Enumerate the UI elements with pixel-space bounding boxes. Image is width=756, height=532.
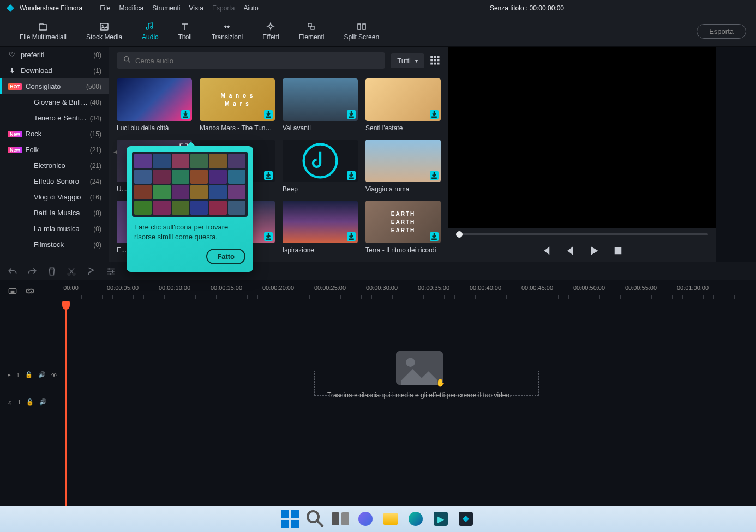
download-icon[interactable] (347, 232, 356, 241)
sidebar-item-vlog-di-viaggio[interactable]: Vlog di Viaggio(16) (0, 189, 109, 205)
menu-strumenti[interactable]: Strumenti (148, 2, 184, 14)
svg-rect-27 (291, 510, 299, 518)
svg-rect-14 (437, 59, 440, 62)
menu-file[interactable]: File (95, 2, 115, 14)
cut-button[interactable] (67, 267, 76, 276)
taskbar-app-2[interactable]: ▶ (430, 508, 452, 530)
taskbar-search-button[interactable] (304, 508, 326, 530)
sidebar-item-eletronico[interactable]: Eletronico(21) (0, 158, 109, 173)
card-thumbnail[interactable]: M a n o sM a r s (200, 78, 275, 121)
sidebar-item-folk[interactable]: NewFolk(21) (0, 142, 109, 158)
svg-point-21 (68, 273, 70, 275)
play-button[interactable] (589, 245, 599, 256)
tooltip-done-button[interactable]: Fatto (206, 249, 245, 264)
ruler-tick: 00:00:25:00 (314, 285, 346, 291)
preview-viewport[interactable] (448, 47, 716, 228)
taskbar-taskview-button[interactable] (329, 508, 351, 530)
download-icon[interactable] (430, 171, 439, 180)
audio-card-0[interactable]: Luci blu della città (117, 78, 192, 132)
audio-card-3[interactable]: Senti l'estate (365, 78, 441, 132)
taskbar-explorer[interactable] (380, 508, 401, 530)
sidebar-item-effetto-sonoro[interactable]: Effetto Sonoro(24) (0, 173, 109, 189)
card-thumbnail[interactable]: EARTHEARTHEARTH (365, 201, 441, 243)
sidebar-item-giovane-brillante[interactable]: Giovane & Brillante(40) (0, 94, 109, 110)
drop-zone[interactable]: ✋ Trascina e rilascia qui i media e gli … (327, 351, 512, 399)
sidebar-item-rock[interactable]: NewRock(15) (0, 126, 109, 142)
download-icon[interactable] (264, 171, 273, 180)
taskbar-edge[interactable] (405, 508, 427, 530)
download-icon[interactable] (181, 110, 190, 119)
download-icon[interactable] (347, 110, 356, 119)
download-icon[interactable] (430, 232, 439, 241)
tab-stock-media[interactable]: Stock Media (76, 22, 132, 41)
sidebar-item-tenero-e-sentime-[interactable]: Tenero e Sentime...(34) (0, 110, 109, 126)
tab-audio[interactable]: Audio (132, 22, 169, 41)
redo-button[interactable] (27, 267, 37, 276)
search-input[interactable] (135, 57, 379, 65)
sidebar-item-download[interactable]: ⬇Download(1) (0, 63, 109, 78)
prev-frame-button[interactable] (541, 245, 551, 256)
start-button[interactable] (279, 508, 301, 530)
card-title: Senti l'estate (365, 124, 441, 132)
lock-icon[interactable]: 🔓 (26, 398, 34, 406)
volume-icon[interactable]: 🔊 (38, 371, 46, 378)
card-thumbnail[interactable] (283, 201, 358, 243)
timeline-ruler[interactable]: 00:0000:00:05:0000:00:10:0000:00:15:0000… (0, 280, 756, 302)
timeline-link-button[interactable] (25, 286, 35, 296)
export-button[interactable]: Esporta (697, 24, 746, 39)
seek-bar[interactable] (456, 233, 708, 235)
download-icon[interactable] (347, 171, 356, 180)
tab-elementi[interactable]: Elementi (289, 22, 334, 41)
sidebar-item-filmstock[interactable]: Filmstock(0) (0, 237, 109, 252)
taskbar-app-1[interactable] (355, 508, 376, 530)
sidebar-item-preferiti[interactable]: ♡preferiti(0) (0, 47, 109, 63)
menu-esporta[interactable]: Esporta (208, 2, 239, 14)
visibility-icon[interactable]: 👁 (51, 372, 57, 378)
step-back-button[interactable] (565, 245, 575, 256)
hint-tooltip: Fare clic sull'icona per trovare risorse… (127, 146, 253, 272)
undo-button[interactable] (8, 267, 17, 276)
tab-split-screen[interactable]: Split Screen (334, 22, 389, 41)
audio-card-10[interactable]: Ispirazione (283, 201, 358, 254)
audio-card-2[interactable]: Vai avanti (283, 78, 358, 132)
audio-card-11[interactable]: EARTHEARTHEARTHTerra - Il ritmo dei rico… (365, 201, 441, 254)
playhead[interactable] (65, 302, 67, 506)
card-thumbnail[interactable] (365, 78, 441, 121)
menu-vista[interactable]: Vista (185, 2, 208, 14)
audio-card-7[interactable]: Viaggio a roma (365, 140, 441, 193)
marker-button[interactable] (86, 267, 96, 276)
card-thumbnail[interactable] (365, 140, 441, 182)
adjust-button[interactable] (106, 267, 116, 276)
download-icon[interactable] (264, 110, 273, 119)
sidebar-item-la-mia-musica[interactable]: La mia musica(0) (0, 221, 109, 237)
download-icon[interactable] (430, 110, 439, 119)
audio-card-6[interactable]: Beep (283, 140, 358, 193)
ruler-tick: 00:00:15:00 (211, 285, 242, 291)
delete-button[interactable] (47, 267, 57, 276)
tab-file-multimediali[interactable]: File Multimediali (10, 22, 76, 41)
view-grid-button[interactable] (430, 55, 441, 66)
timeline-body[interactable]: ▸ 1 🔓 🔊 👁 ♫ 1 🔓 🔊 ✋ Trascina e rilascia … (0, 302, 756, 506)
lock-icon[interactable]: 🔓 (25, 371, 33, 378)
card-thumbnail[interactable] (283, 140, 358, 182)
audio-card-1[interactable]: M a n o sM a r sManos Mars - The Tunni..… (200, 78, 275, 132)
stop-button[interactable] (613, 245, 623, 256)
sidebar-item-batti-la-musica[interactable]: Batti la Musica(8) (0, 205, 109, 221)
tab-titoli[interactable]: Titoli (169, 22, 202, 41)
timeline-snap-button[interactable] (8, 286, 17, 296)
menu-modifica[interactable]: Modifica (115, 2, 148, 14)
search-box[interactable] (117, 52, 385, 69)
menubar: Wondershare Filmora FileModificaStrument… (0, 0, 756, 16)
card-thumbnail[interactable] (283, 78, 358, 121)
volume-icon[interactable]: 🔊 (39, 398, 47, 406)
download-icon[interactable] (264, 232, 273, 241)
taskbar-filmora[interactable] (455, 508, 477, 530)
tab-effetti[interactable]: Effetti (253, 22, 289, 41)
seek-handle[interactable] (456, 231, 463, 238)
filter-dropdown[interactable]: Tutti ▾ (391, 53, 424, 68)
menu-aiuto[interactable]: Aiuto (239, 2, 262, 14)
tab-transizioni[interactable]: Transizioni (202, 22, 253, 41)
card-title: Ispirazione (283, 246, 358, 254)
sidebar-item-consigliato[interactable]: HOTConsigliato(500) (0, 78, 109, 94)
card-thumbnail[interactable] (117, 78, 192, 121)
